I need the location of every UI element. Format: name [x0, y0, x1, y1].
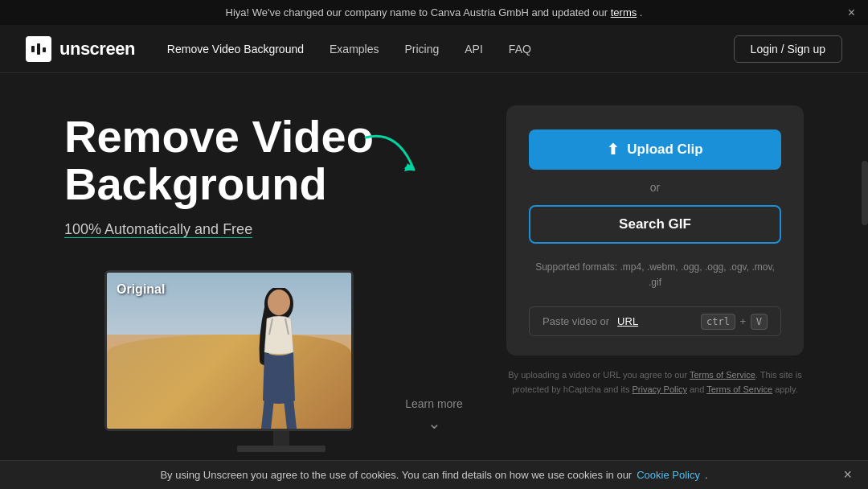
- hero-title: Remove Video Background: [64, 113, 374, 208]
- kbd-v: V: [751, 314, 768, 330]
- notification-link[interactable]: terms: [611, 6, 637, 18]
- svg-point-28: [268, 290, 290, 315]
- upload-icon: ⬆: [607, 141, 619, 158]
- nav-pricing[interactable]: Pricing: [404, 43, 439, 55]
- login-button[interactable]: Login / Sign up: [734, 35, 842, 63]
- tos-text: By uploading a video or URL you agree to…: [506, 368, 804, 397]
- monitor-neck: [273, 431, 289, 446]
- monitor-base: [237, 446, 326, 452]
- cookie-policy-link[interactable]: Cookie Policy: [637, 469, 700, 481]
- privacy-link[interactable]: Privacy Policy: [632, 384, 686, 394]
- kbd-plus: +: [740, 315, 747, 327]
- tos-link2[interactable]: Terms of Service: [706, 384, 772, 394]
- logo-text: unscreen: [59, 39, 135, 60]
- upload-clip-button[interactable]: ⬆ Upload Clip: [529, 129, 781, 170]
- arrow-decoration: [358, 129, 430, 197]
- paste-kbd-ctrl: ctrl + V: [701, 315, 768, 327]
- svg-rect-2: [43, 47, 46, 52]
- paste-area[interactable]: Paste video or URL ctrl + V: [529, 306, 781, 336]
- chevron-down-icon: ⌄: [405, 413, 463, 433]
- cookie-bar: By using Unscreen you agree to the use o…: [0, 460, 868, 489]
- monitor-label: Original: [117, 282, 165, 297]
- learn-more-label: Learn more: [405, 397, 463, 410]
- upload-panel: ⬆ Upload Clip or Search GIF Supported fo…: [506, 105, 804, 355]
- logo-icon: [26, 36, 51, 62]
- notification-close[interactable]: ×: [848, 6, 855, 20]
- nav-faq[interactable]: FAQ: [509, 43, 531, 55]
- hero-subtitle: 100% Automatically and Free: [64, 221, 458, 238]
- person-figure: [247, 288, 311, 429]
- nav-api[interactable]: API: [465, 43, 483, 55]
- kbd-ctrl: ctrl: [701, 314, 735, 330]
- paste-prefix: Paste video or: [542, 315, 609, 327]
- svg-rect-0: [31, 46, 35, 52]
- monitor-screen: Original: [107, 273, 351, 429]
- logo[interactable]: unscreen: [26, 36, 135, 62]
- url-link[interactable]: URL: [617, 315, 638, 327]
- hero-right: ⬆ Upload Clip or Search GIF Supported fo…: [506, 105, 804, 397]
- header: unscreen Remove Video Background Example…: [0, 25, 868, 73]
- or-divider: or: [529, 181, 781, 194]
- cookie-close-button[interactable]: ×: [843, 466, 852, 483]
- nav-examples[interactable]: Examples: [330, 43, 379, 55]
- svg-rect-1: [37, 43, 40, 55]
- tos-link[interactable]: Terms of Service: [690, 370, 755, 380]
- nav-remove-bg[interactable]: Remove Video Background: [167, 43, 304, 55]
- main-nav: Remove Video Background Examples Pricing…: [167, 43, 734, 55]
- notification-text-after: .: [640, 6, 643, 18]
- monitor-frame: Original: [104, 270, 354, 431]
- notification-text: Hiya! We've changed our company name to …: [226, 6, 611, 18]
- learn-more-section[interactable]: Learn more ⌄: [389, 381, 479, 449]
- search-gif-button[interactable]: Search GIF: [529, 205, 781, 244]
- scrollbar[interactable]: [862, 161, 868, 225]
- cookie-text-after: .: [705, 469, 708, 481]
- free-text: Free: [223, 221, 252, 237]
- notification-bar: Hiya! We've changed our company name to …: [0, 0, 868, 25]
- cookie-text: By using Unscreen you agree to the use o…: [160, 469, 632, 481]
- supported-formats: Supported formats: .mp4, .webm, .ogg, .o…: [529, 260, 781, 290]
